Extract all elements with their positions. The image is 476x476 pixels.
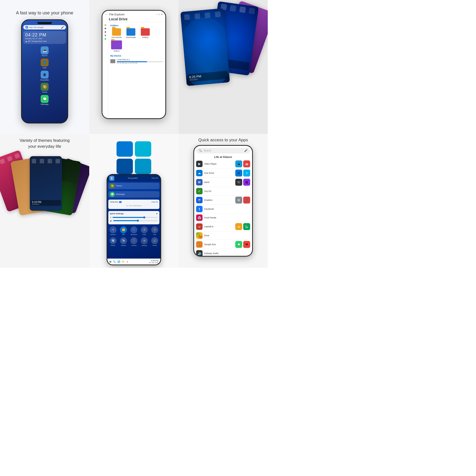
qs-time-text: 9:30 PM xyxy=(149,260,158,262)
qs-expand-icon[interactable]: ▼ xyxy=(156,212,158,215)
qs-no-notif: No new notifications xyxy=(110,204,158,208)
app-row-drive[interactable]: △ Drive xyxy=(196,231,250,240)
qs-toggle-bluetooth[interactable]: 🔵 Bluetooth xyxy=(129,226,139,235)
qs-clear-btn[interactable]: Clear All xyxy=(151,201,158,203)
subway-icon: 🏄 xyxy=(196,250,203,256)
video-player-icon: ▶ xyxy=(196,161,203,167)
qs-section-header: Quick Settings ▼ xyxy=(110,212,158,215)
hotspot-toggle-icon: 📡 xyxy=(120,237,127,244)
app-row-facebook[interactable]: f Facebook xyxy=(196,205,250,213)
flash-label: Flash xyxy=(143,234,146,235)
app-search-bar[interactable]: 🔍 Search 🎤 xyxy=(196,148,250,153)
video-right-icons: 🌤 📅 xyxy=(235,160,250,167)
phone-launcher-screen: G Say "Ok Google" 🎤 04:22 PM Monday, Jan… xyxy=(22,20,67,123)
qs-toggle-sound[interactable]: 🔊 Sound xyxy=(150,237,159,246)
whatsapp-label: Whatsapp xyxy=(41,103,49,105)
fe-disk-item[interactable]: Local Disk (C:) 31.78 GB free of 34.99 G… xyxy=(110,59,163,64)
fe-close[interactable]: ✕ xyxy=(161,13,163,16)
qs-toggle-settings[interactable]: ⚙ Settings xyxy=(140,237,149,246)
calc-small-icon[interactable]: 🔢 xyxy=(235,197,242,204)
app-row-asphalt[interactable]: 🏎 Asphalt 9 📂 🏪 xyxy=(196,222,250,231)
phone-time: 04:22 PM xyxy=(25,32,64,38)
qs-brightness-slider[interactable] xyxy=(113,217,158,218)
qs-volume-slider[interactable] xyxy=(113,220,158,221)
icon-this-pc[interactable]: 💻 This PC xyxy=(23,46,66,57)
phone-launcher-mockup: G Say "Ok Google" 🎤 04:22 PM Monday, Jan… xyxy=(21,19,68,123)
app-row-word[interactable]: W Word 📷 🖼 xyxy=(196,178,250,187)
dropbox-icon: 📦 xyxy=(196,197,203,203)
skype-small-icon[interactable]: S xyxy=(243,170,250,177)
app-row-video[interactable]: ▶ Video Player 🌤 📅 xyxy=(196,159,250,169)
weather-text: 30° Cloudy New York xyxy=(28,40,47,42)
search-placeholder: Say "Ok Google" xyxy=(29,26,44,29)
folder-videos[interactable]: Videos xyxy=(110,40,123,52)
app-row-dropbox[interactable]: 📦 Dropbox 🔢 🎵 xyxy=(196,196,250,205)
qs-toggle-airplane[interactable]: ✈ Airplane xyxy=(108,226,118,235)
qs-notif-header: Notification 0 Clear All xyxy=(110,201,158,203)
qs-toggle-location[interactable]: 📍 Location xyxy=(129,237,139,246)
airplane-label: Airplane xyxy=(110,234,116,235)
icon-theme[interactable]: 🎨 Theme xyxy=(23,83,66,93)
mail-small-icon[interactable]: ✉ xyxy=(235,170,242,177)
quick-settings-phone: 🗑 RecycleBin This PC 🎨 Theme 💬 Whatsapp … xyxy=(107,174,161,265)
anydо-icon: ✓ xyxy=(196,188,203,194)
fe-title: File Explorer xyxy=(109,13,125,16)
dark-icon-4 xyxy=(215,11,221,17)
fe-sidebar-dot-1 xyxy=(105,24,106,26)
themes-fan: 6:19 PM 22/11/2017 xyxy=(0,154,89,268)
app-row-anydо[interactable]: ✓ Any Do xyxy=(196,187,250,196)
icon-recycle-bin[interactable]: 🗑 RecycleBin xyxy=(23,71,66,81)
search-glass-icon: 🔍 xyxy=(199,149,202,152)
whatsapp-small-icon[interactable]: 💬 xyxy=(235,241,242,248)
win-tile-2 xyxy=(135,141,151,157)
sound-label: Sound xyxy=(152,245,157,246)
qs-toggle-wifi[interactable]: 📶 Wifi xyxy=(119,226,128,235)
fe-screen: ← File Explorer ─ □ ✕ Local Drive xyxy=(102,11,165,118)
fe-sidebar xyxy=(102,22,108,118)
calendar-small-icon[interactable]: 📅 xyxy=(243,160,250,167)
app-row-onedrive[interactable]: ☁ One Drive ✉ S xyxy=(196,169,250,178)
qs-toggle-hotspot[interactable]: 📡 Hotspot xyxy=(119,237,128,246)
maps-small-icon[interactable]: 🗺 xyxy=(243,241,250,248)
bluetooth-toggle-icon: 🔵 xyxy=(130,226,137,233)
temple-icon: 🏃 xyxy=(196,241,203,248)
app-row-temple[interactable]: 🏃 Temple Run 💬 🗺 xyxy=(196,240,250,249)
qs-volume-thumb[interactable] xyxy=(137,220,139,222)
camera-small-icon[interactable]: 📷 xyxy=(235,179,242,186)
folder-downloads[interactable]: Downloads xyxy=(125,28,137,38)
qs-edge-icon[interactable]: 🌐 xyxy=(117,260,120,263)
asphalt-icon: 🏎 xyxy=(196,223,203,230)
fe-back-icon[interactable]: ← xyxy=(105,13,108,16)
temple-name: Temple Run xyxy=(204,243,234,246)
weather-small-icon[interactable]: 🌤 xyxy=(235,160,242,167)
fe-minimize[interactable]: ─ xyxy=(156,13,157,16)
qs-brightness-thumb[interactable] xyxy=(143,216,145,218)
folder-gallery[interactable]: Gallery xyxy=(139,28,151,38)
app-row-subway[interactable]: 🏄 Subway Surfer xyxy=(196,249,250,256)
qs-folder-icon[interactable]: 📁 xyxy=(122,260,125,263)
phone-search-bar[interactable]: G Say "Ok Google" 🎤 xyxy=(23,25,66,30)
app-row-panda[interactable]: 🐼 Food Panda xyxy=(196,213,250,222)
fe-maximize[interactable]: □ xyxy=(159,13,160,16)
myfiles-small-icon[interactable]: 📂 xyxy=(235,223,242,230)
qs-toggle-rotate[interactable]: 🔄 Rotate xyxy=(108,237,118,246)
documents-label: Documents xyxy=(112,36,121,38)
win-tile-3 xyxy=(117,159,133,174)
gallery-small-icon[interactable]: 🖼 xyxy=(243,179,250,186)
qs-whatsapp-label: Whatsapp xyxy=(116,193,125,195)
weather-icon: ☁ xyxy=(25,40,27,42)
qs-toggle-flash[interactable]: ⚡ Flash xyxy=(140,226,149,235)
folder-documents[interactable]: Documents xyxy=(110,28,123,38)
qs-toggle-auto[interactable]: 🔆 Auto xyxy=(150,226,159,235)
qs-search-icon[interactable]: 🔍 xyxy=(113,260,116,263)
icon-user[interactable]: 👤 User xyxy=(23,59,66,69)
music-small-icon[interactable]: 🎵 xyxy=(243,197,250,204)
cell-top-center: ← File Explorer ─ □ ✕ Local Drive xyxy=(89,0,178,134)
app-mic-icon[interactable]: 🎤 xyxy=(244,149,248,152)
icon-whatsapp[interactable]: 💬 Whatsapp xyxy=(23,95,66,105)
qs-toggle-grid-1: ✈ Airplane 📶 Wifi 🔵 Bluetooth ⚡ Flash xyxy=(108,226,159,235)
store-small-icon[interactable]: 🏪 xyxy=(243,223,250,230)
qs-folder-label: RecycleBin xyxy=(128,177,138,179)
videos-label: Videos xyxy=(114,50,119,52)
videos-folder-icon xyxy=(111,40,122,49)
